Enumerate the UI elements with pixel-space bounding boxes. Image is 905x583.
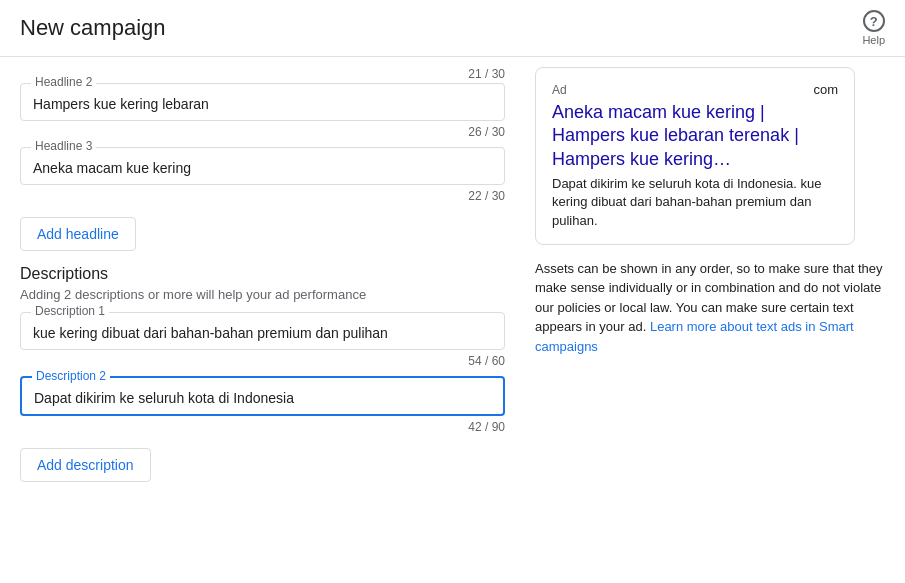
description1-label: Description 1 bbox=[31, 304, 109, 318]
description2-field: Description 2 bbox=[20, 376, 505, 416]
ad-url: com bbox=[813, 82, 838, 97]
description2-char-count: 42 / 90 bbox=[20, 420, 505, 434]
help-button[interactable]: ? Help bbox=[862, 10, 885, 46]
headline3-input[interactable] bbox=[33, 160, 492, 176]
ad-description: Dapat dikirim ke seluruh kota di Indones… bbox=[552, 175, 838, 230]
description1-input[interactable] bbox=[33, 325, 492, 341]
page-title: New campaign bbox=[20, 15, 166, 41]
page-header: New campaign ? Help bbox=[0, 0, 905, 57]
headline3-field: Headline 3 bbox=[20, 147, 505, 185]
add-headline-button[interactable]: Add headline bbox=[20, 217, 136, 251]
info-text: Assets can be shown in any order, so to … bbox=[535, 259, 885, 357]
headline2-label: Headline 2 bbox=[31, 75, 96, 89]
descriptions-hint: Adding 2 descriptions or more will help … bbox=[20, 287, 505, 302]
headline2-field: Headline 2 bbox=[20, 83, 505, 121]
headline3-char-count: 22 / 30 bbox=[20, 189, 505, 203]
description1-char-count: 54 / 60 bbox=[20, 354, 505, 368]
headline3-label: Headline 3 bbox=[31, 139, 96, 153]
headline2-char-count: 26 / 30 bbox=[20, 125, 505, 139]
left-panel: 21 / 30 Headline 2 26 / 30 Headline 3 22… bbox=[20, 57, 505, 482]
main-content: 21 / 30 Headline 2 26 / 30 Headline 3 22… bbox=[0, 57, 905, 482]
descriptions-title: Descriptions bbox=[20, 265, 505, 283]
headline2-input[interactable] bbox=[33, 96, 492, 112]
ad-badge: Ad bbox=[552, 83, 567, 97]
ad-preview: Ad com Aneka macam kue kering | Hampers … bbox=[535, 67, 855, 245]
add-description-button[interactable]: Add description bbox=[20, 448, 151, 482]
ad-headline: Aneka macam kue kering | Hampers kue leb… bbox=[552, 101, 838, 171]
description2-label: Description 2 bbox=[32, 369, 110, 383]
description1-field: Description 1 bbox=[20, 312, 505, 350]
ad-label-row: Ad com bbox=[552, 82, 838, 97]
help-label: Help bbox=[862, 34, 885, 46]
help-icon: ? bbox=[863, 10, 885, 32]
right-panel: Ad com Aneka macam kue kering | Hampers … bbox=[535, 57, 885, 482]
description2-input[interactable] bbox=[34, 390, 491, 406]
